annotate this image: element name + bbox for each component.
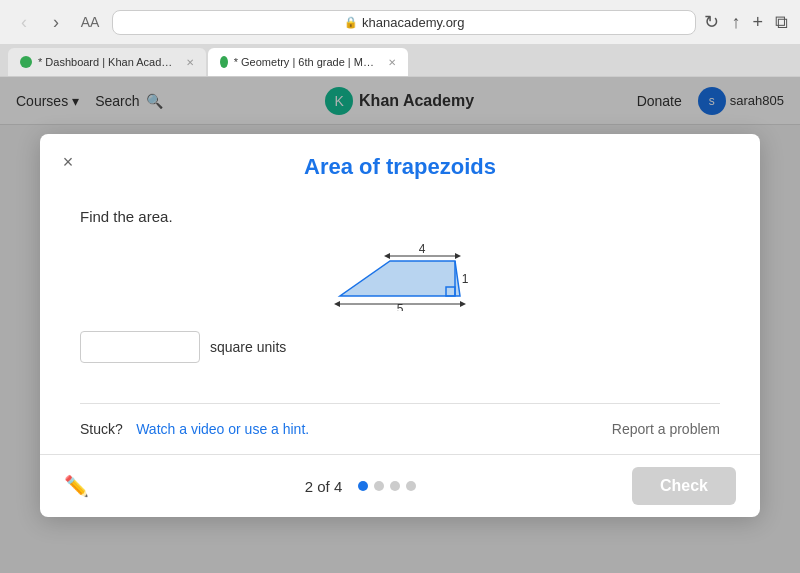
svg-text:5: 5 (397, 302, 404, 311)
reader-mode-button[interactable]: AA (76, 10, 104, 34)
svg-marker-5 (455, 253, 461, 259)
share-button[interactable]: ↑ (731, 12, 740, 33)
progress-dots (358, 481, 416, 491)
trapezoid-figure: 4 1 5 (80, 241, 720, 311)
trapezoid-svg: 4 1 5 (310, 241, 490, 311)
dot-1 (358, 481, 368, 491)
help-row: Stuck? Watch a video or use a hint. Repo… (40, 404, 760, 454)
answer-input[interactable] (80, 331, 200, 363)
svg-marker-0 (340, 261, 460, 296)
tab-dashboard[interactable]: * Dashboard | Khan Academy ✕ (8, 48, 206, 76)
hint-link[interactable]: Watch a video or use a hint. (136, 421, 309, 437)
copy-button[interactable]: ⧉ (775, 12, 788, 33)
modal-header: × Area of trapezoids (40, 134, 760, 192)
svg-marker-10 (460, 301, 466, 307)
toolbar-actions: ↻ ↑ + ⧉ (704, 11, 788, 33)
tab-close-geometry[interactable]: ✕ (388, 57, 396, 68)
footer-left: ✏️ (64, 474, 89, 498)
browser-chrome: ‹ › AA 🔒 khanacademy.org ↻ ↑ + ⧉ * Dashb… (0, 0, 800, 77)
tab-close-dashboard[interactable]: ✕ (186, 57, 194, 68)
close-icon: × (63, 152, 74, 173)
modal: × Area of trapezoids Find the area. (40, 134, 760, 517)
tab-label-geometry: * Geometry | 6th grade | Math | Khan Aca… (234, 56, 380, 68)
progress-text: 2 of 4 (305, 478, 343, 495)
back-button[interactable]: ‹ (12, 10, 36, 34)
dot-2 (374, 481, 384, 491)
svg-text:4: 4 (419, 242, 426, 256)
tab-favicon-geometry (220, 56, 228, 68)
page-background: Courses ▾ Search 🔍 K Khan Academy Donate… (0, 77, 800, 573)
svg-marker-9 (334, 301, 340, 307)
dot-4 (406, 481, 416, 491)
tab-favicon-dashboard (20, 56, 32, 68)
pencil-icon[interactable]: ✏️ (64, 474, 89, 498)
report-problem-button[interactable]: Report a problem (612, 421, 720, 437)
footer-center: 2 of 4 (305, 478, 417, 495)
tab-geometry[interactable]: * Geometry | 6th grade | Math | Khan Aca… (208, 48, 408, 76)
problem-instruction: Find the area. (80, 208, 720, 225)
check-button[interactable]: Check (632, 467, 736, 505)
browser-toolbar: ‹ › AA 🔒 khanacademy.org ↻ ↑ + ⧉ (0, 0, 800, 44)
forward-button[interactable]: › (44, 10, 68, 34)
modal-body: Find the area. (40, 192, 760, 403)
tab-label-dashboard: * Dashboard | Khan Academy (38, 56, 178, 68)
reload-button[interactable]: ↻ (704, 11, 719, 33)
lock-icon: 🔒 (344, 16, 358, 29)
answer-row: square units (80, 331, 720, 363)
browser-tabs: * Dashboard | Khan Academy ✕ * Geometry … (0, 44, 800, 76)
modal-overlay: × Area of trapezoids Find the area. (0, 77, 800, 573)
modal-close-button[interactable]: × (56, 150, 80, 174)
modal-title: Area of trapezoids (64, 154, 736, 180)
stuck-section: Stuck? Watch a video or use a hint. (80, 420, 309, 438)
url-text: khanacademy.org (362, 15, 464, 30)
modal-footer: ✏️ 2 of 4 Check (40, 454, 760, 517)
svg-marker-4 (384, 253, 390, 259)
add-tab-button[interactable]: + (752, 12, 763, 33)
dot-3 (390, 481, 400, 491)
stuck-label: Stuck? (80, 421, 123, 437)
answer-unit: square units (210, 339, 286, 355)
url-bar[interactable]: 🔒 khanacademy.org (112, 10, 696, 35)
svg-text:1: 1 (462, 272, 469, 286)
